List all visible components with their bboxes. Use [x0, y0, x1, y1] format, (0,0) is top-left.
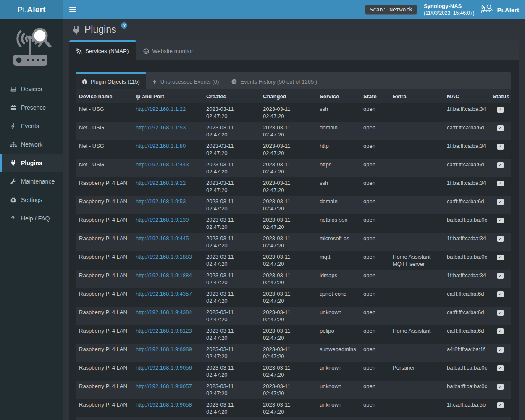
status-checkbox[interactable]: ✓ [497, 291, 504, 297]
ip-port-link[interactable]: http://192.168.1.9:9058 [136, 402, 192, 408]
ip-port-link[interactable]: http://192.168.1.9:53 [136, 198, 186, 205]
tab-services-nmap[interactable]: Services (NMAP) [69, 40, 136, 60]
ip-port-link[interactable]: http://192.168.1.9:4357 [136, 291, 192, 297]
ip-port-link[interactable]: http://192.168.1.1:53 [136, 124, 186, 131]
ip-port-link[interactable]: http://192.168.1.9:1883 [136, 254, 192, 260]
sidebar-item-plugins[interactable]: Plugins [0, 154, 63, 172]
status-checkbox[interactable]: ✓ [497, 310, 504, 316]
changed-cell: 2023-03-11 02:47:20 [260, 307, 316, 325]
ip-port-link[interactable]: http://192.168.1.9:9057 [136, 383, 192, 389]
mac-cell: ca:ff:ff:ca:ba:6d [444, 196, 489, 214]
status-checkbox[interactable]: ✓ [497, 273, 504, 279]
tab-unprocessed-events[interactable]: Unprocessed Events (0) [146, 72, 225, 89]
router-scan-icon [481, 4, 494, 15]
ip-port-link[interactable]: http://192.168.1.9:445 [136, 235, 189, 242]
table-row[interactable]: Raspberry Pi 4 LANhttp://192.168.1.9:905… [76, 399, 511, 417]
table-row[interactable]: Raspberry Pi 4 LANhttp://192.168.1.9:438… [76, 307, 511, 325]
device-name-cell: Net - USG [76, 122, 132, 140]
table-row[interactable]: Raspberry Pi 4 LANhttp://192.168.1.9:999… [76, 417, 511, 420]
extra-cell [389, 399, 444, 417]
ip-port-link[interactable]: http://192.168.1.9:1884 [136, 272, 192, 278]
state-cell: open [360, 399, 389, 417]
status-checkbox[interactable]: ✓ [497, 162, 504, 168]
sidebar-item-events[interactable]: Events [0, 117, 63, 135]
table-row[interactable]: Raspberry Pi 4 LANhttp://192.168.1.9:898… [76, 344, 511, 362]
created-cell: 2023-03-11 02:47:20 [203, 159, 260, 177]
ip-port-link[interactable]: http://192.168.1.9:9056 [136, 365, 192, 371]
table-row[interactable]: Raspberry Pi 4 LANhttp://192.168.1.9:139… [76, 214, 511, 233]
table-row[interactable]: Raspberry Pi 4 LANhttp://192.168.1.9:188… [76, 270, 511, 288]
table-row[interactable]: Raspberry Pi 4 LANhttp://192.168.1.9:532… [76, 196, 511, 214]
status-checkbox[interactable]: ✓ [497, 218, 504, 223]
created-cell: 2023-03-11 02:47:20 [203, 233, 260, 251]
sidebar-item-network[interactable]: Network [0, 135, 63, 154]
sidebar-item-devices[interactable]: Devices [0, 80, 63, 98]
ip-port-link[interactable]: http://192.168.1.9:22 [136, 180, 186, 186]
service-cell: unknown [316, 381, 360, 399]
status-checkbox[interactable]: ✓ [497, 199, 504, 205]
ip-port-link: http://192.168.1.9:9058 [132, 399, 203, 417]
table-row[interactable]: Net - USGhttp://192.168.1.1:802023-03-11… [76, 140, 511, 159]
help-badge[interactable]: ? [121, 22, 127, 29]
tab-website-monitor[interactable]: Website monitor [136, 40, 200, 60]
column-header-service: Service [316, 89, 360, 103]
created-cell: 2023-03-11 02:47:20 [203, 288, 260, 307]
status-checkbox[interactable]: ✓ [497, 365, 504, 371]
tab-plugin-objects[interactable]: Plugin Objects (115) [76, 72, 146, 89]
sidebar-item-presence[interactable]: Presence [0, 98, 63, 117]
extra-cell [389, 159, 444, 177]
extra-cell [389, 233, 444, 251]
status-checkbox[interactable]: ✓ [497, 328, 504, 334]
ip-port-link[interactable]: http://192.168.1.1:22 [136, 106, 186, 112]
ip-port-link[interactable]: http://192.168.1.9:8989 [136, 346, 192, 352]
table-row[interactable]: Net - USGhttp://192.168.1.1:4432023-03-1… [76, 159, 511, 177]
ip-port-link[interactable]: http://192.168.1.1:80 [136, 143, 186, 149]
ip-port-link[interactable]: http://192.168.1.1:443 [136, 161, 189, 168]
device-name-cell: Raspberry Pi 4 LAN [76, 288, 132, 307]
ip-port-link: http://192.168.1.9:4384 [132, 307, 203, 325]
status-checkbox[interactable]: ✓ [497, 181, 504, 186]
table-row[interactable]: Net - USGhttp://192.168.1.1:532023-03-11… [76, 122, 511, 140]
ip-port-link: http://192.168.1.9:9057 [132, 381, 203, 399]
status-checkbox[interactable]: ✓ [497, 125, 504, 131]
status-checkbox[interactable]: ✓ [497, 107, 504, 113]
extra-cell [389, 140, 444, 159]
tab-label: Unprocessed Events (0) [160, 79, 219, 85]
table-row[interactable]: Raspberry Pi 4 LANhttp://192.168.1.9:445… [76, 233, 511, 251]
status-checkbox[interactable]: ✓ [497, 402, 504, 408]
changed-cell: 2023-03-11 02:47:20 [260, 196, 316, 214]
brand-logo: Pi.Alert [0, 0, 63, 19]
created-cell: 2023-03-11 02:47:20 [203, 307, 260, 325]
table-row[interactable]: Raspberry Pi 4 LANhttp://192.168.1.9:812… [76, 325, 511, 344]
tab-events-history[interactable]: Events History (50 out of 1265 ) [225, 72, 323, 89]
table-row[interactable]: Net - USGhttp://192.168.1.1:222023-03-11… [76, 103, 511, 122]
ip-port-link[interactable]: http://192.168.1.9:139 [136, 217, 189, 223]
table-row[interactable]: Raspberry Pi 4 LANhttp://192.168.1.9:435… [76, 288, 511, 307]
status-checkbox[interactable]: ✓ [497, 347, 504, 353]
ip-port-link: http://192.168.1.9:9056 [132, 362, 203, 381]
sidebar-toggle-button[interactable] [63, 0, 82, 19]
sidebar-item-settings[interactable]: Settings [0, 191, 63, 209]
table-row[interactable]: Raspberry Pi 4 LANhttp://192.168.1.9:188… [76, 251, 511, 270]
status-checkbox[interactable]: ✓ [497, 255, 504, 260]
column-header-ip-and-port: Ip and Port [132, 89, 203, 103]
mac-cell: ba:ba:ff:ca:ba:0c [444, 251, 489, 270]
table-row[interactable]: Raspberry Pi 4 LANhttp://192.168.1.9:905… [76, 362, 511, 381]
device-name-cell: Net - USG [76, 159, 132, 177]
sidebar-item-maintenance[interactable]: Maintenance [0, 172, 63, 191]
table-row[interactable]: Raspberry Pi 4 LANhttp://192.168.1.9:222… [76, 177, 511, 196]
status-checkbox[interactable]: ✓ [497, 384, 504, 390]
device-name-cell: Raspberry Pi 4 LAN [76, 325, 132, 344]
extra-cell: Home Assistant [389, 325, 444, 344]
extra-cell [389, 270, 444, 288]
table-row[interactable]: Raspberry Pi 4 LANhttp://192.168.1.9:905… [76, 381, 511, 399]
state-cell: open [360, 122, 389, 140]
tab-label: Plugin Objects (115) [91, 79, 140, 85]
ip-port-link[interactable]: http://192.168.1.9:4384 [136, 309, 192, 315]
status-checkbox[interactable]: ✓ [497, 144, 504, 150]
host-info: Synology-NAS (11/03/2023, 15:46:07) [424, 3, 475, 16]
sidebar-item-help-faq[interactable]: ?Help / FAQ [0, 209, 63, 228]
status-checkbox[interactable]: ✓ [497, 236, 504, 242]
ip-port-link[interactable]: http://192.168.1.9:8123 [136, 328, 192, 334]
created-cell: 2023-03-11 02:47:20 [203, 362, 260, 381]
